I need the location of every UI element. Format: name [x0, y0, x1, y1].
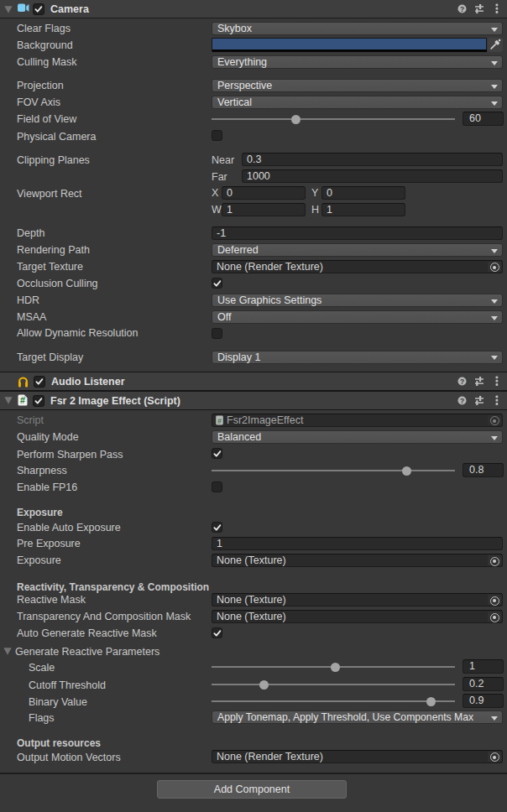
svg-text:?: ? [460, 377, 464, 385]
svg-text:#: # [217, 417, 222, 425]
svg-text:#: # [20, 395, 25, 405]
svg-text:?: ? [460, 4, 464, 13]
svg-text:?: ? [460, 396, 464, 404]
